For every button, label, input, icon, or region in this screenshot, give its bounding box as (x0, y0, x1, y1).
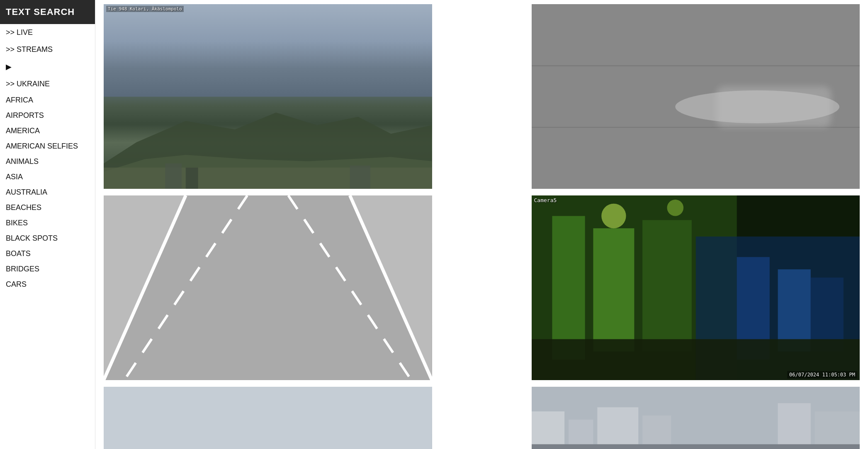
sidebar-item-asia[interactable]: ASIA (0, 169, 95, 185)
sidebar-item-bridges[interactable]: BRIDGES (0, 261, 95, 277)
sidebar-item-bikes[interactable]: BIKES (0, 215, 95, 231)
svg-rect-43 (642, 416, 671, 449)
svg-rect-2 (104, 168, 432, 189)
video-overlay-1: Tie 948 Kolari, Äkäslompolo (106, 6, 184, 12)
svg-point-27 (601, 204, 626, 228)
nav-live[interactable]: >> LIVE (0, 24, 95, 41)
nav-ukraine[interactable]: >> UKRAINE (0, 76, 95, 93)
sidebar-item-black-spots[interactable]: BLACK SPOTS (0, 231, 95, 246)
sidebar-item-boats[interactable]: BOATS (0, 246, 95, 261)
svg-rect-10 (716, 86, 831, 127)
sidebar-item-africa[interactable]: AFRICA (0, 93, 95, 108)
svg-rect-47 (532, 444, 860, 449)
svg-rect-3 (165, 163, 182, 189)
sidebar-item-animals[interactable]: ANIMALS (0, 154, 95, 169)
svg-point-28 (667, 200, 683, 216)
video-thumb-1[interactable]: Tie 948 Kolari, Äkäslompolo (104, 4, 432, 189)
sidebar-item-america[interactable]: AMERICA (0, 123, 95, 139)
video-thumb-4[interactable]: Camera5 06/07/2024 11:05:03 PM (532, 195, 860, 380)
svg-rect-29 (104, 387, 432, 449)
svg-rect-40 (532, 412, 564, 449)
main-content: Tie 948 Kolari, Äkäslompolo (95, 0, 868, 449)
sidebar-item-american-selfies[interactable]: AMERICAN SELFIES (0, 139, 95, 154)
text-search-button[interactable]: TEXT SEARCH (0, 0, 95, 24)
sidebar: TEXT SEARCH >> LIVE >> STREAMS ▶ >> UKRA… (0, 0, 95, 449)
video-grid: Tie 948 Kolari, Äkäslompolo (104, 4, 860, 449)
svg-rect-20 (552, 216, 585, 360)
svg-rect-45 (815, 412, 860, 449)
nav-streams[interactable]: >> STREAMS (0, 41, 95, 58)
video-camera-label-4: Camera5 (534, 197, 557, 203)
sidebar-item-cars[interactable]: CARS (0, 277, 95, 292)
sidebar-item-australia[interactable]: AUSTRALIA (0, 185, 95, 200)
video-thumb-6[interactable]: 28 A (532, 387, 860, 449)
sidebar-item-airports[interactable]: AIRPORTS (0, 108, 95, 123)
nav-collapse-arrow[interactable]: ▶ (0, 58, 95, 76)
video-thumb-5[interactable] (104, 387, 432, 449)
svg-rect-44 (778, 403, 810, 449)
video-thumb-2[interactable] (532, 4, 860, 189)
svg-rect-42 (597, 408, 638, 449)
sidebar-item-beaches[interactable]: BEACHES (0, 200, 95, 215)
video-thumb-3[interactable]: Tie 6 Imatra, Klemankylä (104, 195, 432, 380)
svg-rect-22 (642, 220, 692, 352)
svg-rect-5 (350, 166, 370, 189)
svg-rect-4 (186, 168, 198, 189)
video-timestamp-4: 06/07/2024 11:05:03 PM (787, 371, 857, 378)
svg-rect-21 (593, 228, 634, 351)
